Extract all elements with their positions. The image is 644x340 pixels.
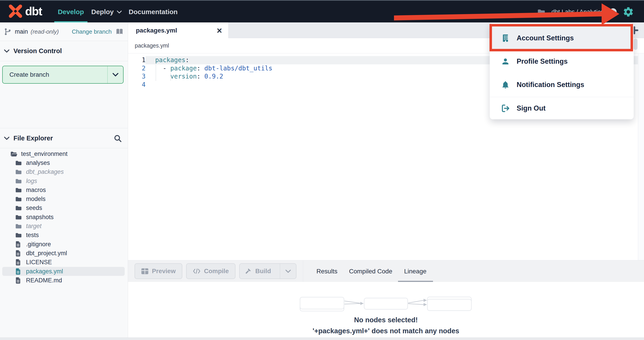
file-row-dbt-project-yml[interactable]: dbt_project.yml	[2, 249, 125, 258]
git-branch-icon	[4, 28, 12, 36]
branch-row: main (read-only) Change branch	[0, 22, 128, 41]
bell-icon	[501, 80, 510, 89]
folder-icon	[15, 214, 22, 220]
line-number: 1	[128, 56, 146, 64]
compile-code-icon	[193, 268, 200, 274]
avatar[interactable]	[610, 8, 617, 16]
tab-title: packages.yml	[136, 27, 177, 34]
build-button[interactable]: Build	[240, 264, 276, 278]
file-icon	[15, 250, 22, 257]
file-explorer-header[interactable]: File Explorer	[0, 128, 128, 148]
building-icon	[501, 34, 510, 42]
tab-lineage[interactable]: Lineage	[404, 260, 426, 282]
folder-icon	[15, 178, 22, 184]
gear-icon[interactable]	[622, 6, 634, 18]
file-row-target[interactable]: target	[2, 222, 125, 230]
file-row-snapshots[interactable]: snapshots	[2, 212, 125, 222]
build-dropdown-chevron[interactable]	[280, 264, 296, 278]
file-icon	[15, 268, 22, 275]
top-navbar: dbt Develop Deploy Documentation dbt Lab…	[0, 0, 644, 22]
file-row-license[interactable]: LICENSE	[2, 258, 125, 267]
file-row-models[interactable]: models	[2, 194, 125, 204]
create-branch-dropdown[interactable]	[108, 66, 123, 83]
file-row-gitignore[interactable]: .gitignore	[2, 240, 125, 249]
folder-open-icon	[10, 151, 18, 157]
build-button-group: Build	[239, 263, 296, 279]
menu-item-sign-out[interactable]: Sign Out	[490, 98, 634, 119]
indent-guide	[156, 64, 156, 81]
search-icon[interactable]	[114, 134, 122, 143]
nav-tab-documentation[interactable]: Documentation	[130, 1, 177, 23]
file-row-dbt-packages[interactable]: dbt_packages	[2, 168, 125, 176]
chevron-down-icon	[286, 270, 291, 273]
file-row-test-environment[interactable]: test_environment	[2, 149, 125, 158]
dbt-logo[interactable]: dbt	[8, 4, 42, 18]
preview-grid-icon	[141, 268, 148, 274]
file-icon	[15, 259, 22, 266]
folder-icon	[15, 160, 22, 166]
file-icon	[15, 277, 22, 284]
account-context-label[interactable]: dbt Labs / Analytics	[552, 8, 604, 16]
toolbar-divider	[303, 260, 303, 282]
sign-out-icon	[501, 104, 510, 113]
file-row-macros[interactable]: macros	[2, 186, 125, 194]
branch-name: main	[15, 28, 28, 35]
line-number: 3	[128, 72, 146, 81]
build-hammer-icon	[245, 268, 252, 274]
file-row-seeds[interactable]: seeds	[2, 204, 125, 212]
lineage-canvas[interactable]: No nodes selected! '+packages.yml+' does…	[128, 282, 644, 338]
file-row-analyses[interactable]: analyses	[2, 158, 125, 167]
close-icon[interactable]: ×	[217, 26, 222, 35]
file-explorer-title: File Explorer	[14, 134, 53, 142]
tab-results[interactable]: Results	[316, 260, 337, 282]
editor-scrollbar-track[interactable]	[638, 54, 644, 260]
chevron-down-icon	[117, 10, 122, 14]
version-control-header[interactable]: Version Control	[0, 41, 128, 61]
menu-item-notification-settings[interactable]: Notification Settings	[490, 73, 634, 96]
bottom-toolbar: Preview Compile Build Results Compiled C…	[128, 260, 644, 282]
folder-icon	[538, 9, 546, 15]
account-settings-menu: Account Settings Profile Settings Notifi…	[490, 23, 634, 119]
dbt-logo-text: dbt	[25, 4, 42, 18]
file-row-tests[interactable]: tests	[2, 231, 125, 240]
lineage-empty-title: No nodes selected!	[354, 316, 418, 324]
change-branch-link[interactable]: Change branch	[72, 28, 112, 35]
person-icon	[501, 57, 510, 66]
line-number: 4	[128, 81, 146, 89]
tab-packages-yml[interactable]: packages.yml ×	[128, 22, 228, 38]
branch-mode: (read-only)	[31, 28, 59, 35]
sidebar: main (read-only) Change branch Version C…	[0, 22, 128, 338]
chevron-down-icon	[4, 136, 10, 140]
file-tree: test_environment analyses dbt_packages l…	[0, 149, 128, 285]
editor-scrollbar-thumb[interactable]	[634, 38, 638, 50]
create-branch-button[interactable]: Create branch	[2, 66, 124, 84]
folder-icon	[15, 196, 22, 202]
create-branch-label: Create branch	[3, 71, 108, 78]
dbt-logo-icon	[8, 4, 22, 18]
file-row-readme-md[interactable]: README.md	[2, 276, 125, 285]
folder-icon	[15, 187, 22, 193]
tab-compiled-code[interactable]: Compiled Code	[349, 260, 392, 282]
menu-item-account-settings[interactable]: Account Settings	[490, 26, 634, 50]
lineage-empty-detail: '+packages.yml+' does not match any node…	[312, 327, 459, 335]
preview-button[interactable]: Preview	[134, 263, 182, 279]
nav-tab-deploy[interactable]: Deploy	[90, 1, 123, 23]
navbar-account-area: dbt Labs / Analytics	[538, 1, 634, 23]
folder-icon	[15, 169, 22, 175]
bottom-strip	[0, 338, 644, 340]
folder-icon	[15, 224, 22, 229]
indent-guide	[170, 73, 171, 81]
file-row-logs[interactable]: logs	[2, 176, 125, 186]
chevron-down-icon	[112, 73, 118, 76]
menu-item-profile-settings[interactable]: Profile Settings	[490, 50, 634, 73]
version-control-title: Version Control	[14, 47, 62, 55]
file-icon	[15, 241, 22, 248]
chevron-down-icon	[4, 49, 10, 53]
docs-book-icon[interactable]	[116, 28, 123, 35]
compile-button[interactable]: Compile	[186, 263, 236, 279]
line-number: 2	[128, 64, 146, 73]
nav-tab-develop[interactable]: Develop	[54, 1, 88, 23]
folder-icon	[15, 232, 22, 238]
file-row-packages-yml[interactable]: packages.yml	[2, 267, 125, 276]
folder-icon	[15, 205, 22, 211]
